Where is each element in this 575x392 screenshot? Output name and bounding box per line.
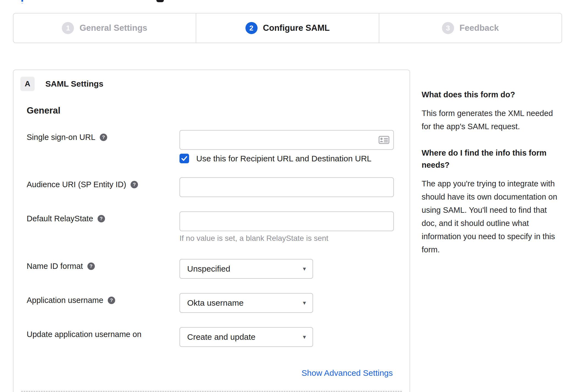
sidebar-answer-2: The app you're trying to integrate with … [422,177,561,256]
cutoff-blue-logo-fragment-2 [21,3,23,4]
wizard-stepper: 1 General Settings 2 Configure SAML 3 Fe… [13,13,562,43]
general-section-heading: General [27,105,60,116]
help-icon[interactable]: ? [108,297,115,304]
update-username-select[interactable]: Create and update ▾ [179,327,313,347]
help-icon[interactable]: ? [98,215,105,222]
relay-state-label-text: Default RelayState [27,214,93,223]
application-username-select[interactable]: Okta username ▾ [179,293,313,313]
relay-state-input[interactable] [179,211,394,231]
recipient-url-checkbox-label[interactable]: Use this for Recipient URL and Destinati… [196,154,372,163]
sso-url-label: Single sign-on URL ? [27,133,107,142]
name-id-format-value: Unspecified [187,264,230,274]
step-label: General Settings [79,23,147,33]
section-a-badge: A [20,77,35,91]
audience-uri-label-text: Audience URI (SP Entity ID) [27,180,126,189]
step-number-badge: 3 [442,22,454,34]
step-configure-saml[interactable]: 2 Configure SAML [196,13,378,43]
sso-url-input[interactable] [179,130,394,150]
saml-setup-page: 1 General Settings 2 Configure SAML 3 Fe… [0,0,575,392]
application-username-label: Application username ? [27,296,115,305]
name-id-format-select[interactable]: Unspecified ▾ [179,259,313,279]
chevron-down-icon: ▾ [303,300,306,306]
audience-uri-input[interactable] [179,177,394,197]
update-username-label-text: Update application username on [27,330,142,339]
step-general-settings[interactable]: 1 General Settings [13,13,196,43]
checkmark-icon [181,156,187,161]
show-advanced-settings-link[interactable]: Show Advanced Settings [302,368,393,378]
saml-settings-panel: A SAML Settings General Single sign-on U… [13,70,410,392]
help-icon[interactable]: ? [100,134,107,141]
name-id-format-label: Name ID format ? [27,262,95,271]
sidebar-answer-1: This form generates the XML needed for t… [422,107,561,133]
application-username-label-text: Application username [27,296,103,305]
relay-state-hint: If no value is set, a blank RelayState i… [179,234,328,243]
step-feedback[interactable]: 3 Feedback [379,13,562,43]
step-number-badge: 2 [245,22,258,34]
help-icon[interactable]: ? [87,263,95,270]
update-username-label: Update application username on [27,330,142,339]
help-icon[interactable]: ? [131,181,138,188]
chevron-down-icon: ▾ [303,334,306,340]
step-number-badge: 1 [62,22,74,34]
chevron-down-icon: ▾ [303,266,306,272]
help-sidebar: What does this form do? This form genera… [422,89,561,256]
sso-url-label-text: Single sign-on URL [27,133,95,142]
cutoff-app-logo-fragment [156,0,164,2]
cutoff-blue-logo-fragment [21,0,23,2]
sidebar-question-2: Where do I find the info this form needs… [422,147,561,171]
step-label: Feedback [460,23,499,33]
dashed-section-divider [21,391,402,392]
relay-state-label: Default RelayState ? [27,214,105,223]
recipient-url-checkbox[interactable] [179,154,189,163]
application-username-value: Okta username [187,298,244,308]
update-username-value: Create and update [187,332,256,342]
audience-uri-label: Audience URI (SP Entity ID) ? [27,180,138,189]
contact-card-icon [378,136,389,144]
sidebar-question-1: What does this form do? [422,89,561,101]
name-id-format-label-text: Name ID format [27,262,83,271]
step-label: Configure SAML [263,23,330,33]
panel-title: SAML Settings [45,77,103,91]
